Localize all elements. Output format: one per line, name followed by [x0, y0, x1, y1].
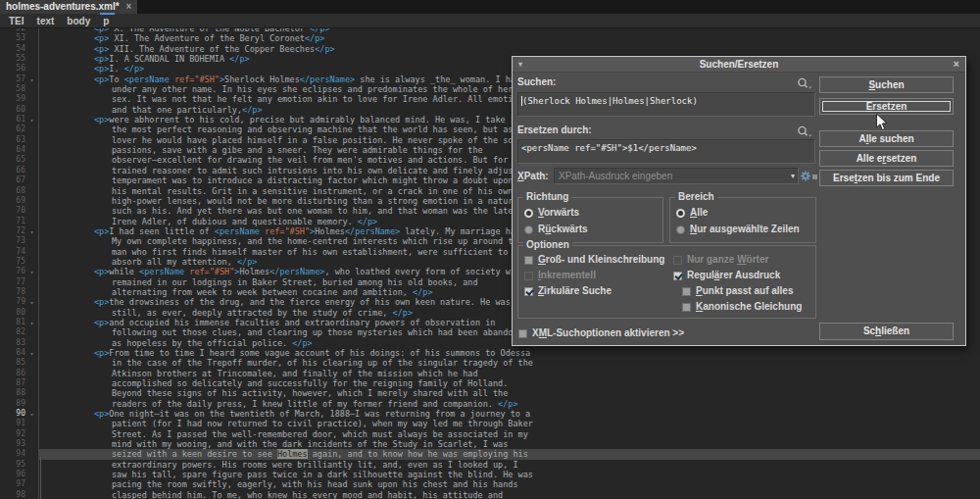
- fold-gutter: [25, 196, 38, 206]
- combo-arrow-icon[interactable]: ▾: [791, 169, 795, 183]
- replace-history-icon[interactable]: [797, 124, 812, 135]
- radio-selected-lines[interactable]: Nur ausgewählte Zeilen: [676, 224, 800, 235]
- replace-input[interactable]: <persName ref="#SH">$1</persName>: [517, 139, 815, 164]
- code-segment: From time to time I heard some vague acc…: [109, 348, 530, 358]
- code-line-94[interactable]: 94seized with a keen desire to see Holme…: [0, 449, 980, 459]
- checkbox-regex[interactable]: Regulärer Ausdruck: [673, 270, 780, 281]
- replace-value: <persName ref="#SH">$1</persName>: [521, 143, 697, 153]
- replace-to-end-button[interactable]: Ersetzen bis zum Ende: [819, 170, 954, 186]
- fold-gutter: [25, 125, 38, 134]
- replace-all-button[interactable]: Alle ersetzen: [819, 150, 954, 167]
- checkbox-incremental[interactable]: Inkrementell: [524, 270, 596, 281]
- code-segment: again, and to know how he was employing …: [308, 449, 528, 459]
- code-line-86[interactable]: 86Atkinson brothers at Trincomalee, and …: [0, 369, 980, 378]
- code-line-90[interactable]: 90▾<p>One night–it was on the twentieth …: [0, 409, 980, 419]
- code-segment: </p>: [413, 287, 432, 297]
- breadcrumb-item-tei[interactable]: TEI: [9, 15, 24, 27]
- fold-arrow-icon[interactable]: ▾: [25, 226, 38, 236]
- checkbox-xml-options[interactable]: XML-Suchoptionen aktivieren >>: [518, 327, 684, 339]
- fold-gutter: [25, 277, 38, 287]
- code-line-98[interactable]: 98clasped behind him. To me, who knew hi…: [0, 490, 980, 499]
- line-number: 65: [0, 155, 25, 165]
- search-history-icon[interactable]: [797, 75, 812, 87]
- tab-holmes-adventures[interactable]: holmes-adventures.xml* ×: [0, 0, 137, 14]
- close-button[interactable]: Schließen: [819, 323, 954, 340]
- radio-forward[interactable]: Vorwärts: [524, 207, 579, 219]
- checkbox-canonical[interactable]: Kanonische Gleichung: [682, 301, 802, 313]
- checkbox-case-sensitive[interactable]: Groß- und Kleinschreibung: [524, 254, 664, 266]
- find-button[interactable]: Suchen: [819, 76, 954, 93]
- replace-button[interactable]: Ersetzen: [819, 98, 954, 115]
- fold-gutter: [25, 490, 38, 499]
- checkbox-dot-all[interactable]: Punkt passt auf alles: [682, 285, 793, 297]
- fold-arrow-icon[interactable]: ▾: [25, 318, 38, 327]
- code-line-97[interactable]: 97pacing the room swiftly, eagerly, with…: [0, 479, 980, 489]
- dialog-close-icon[interactable]: ×: [954, 57, 959, 72]
- fold-arrow-icon[interactable]: ▾: [25, 75, 38, 84]
- line-number: 91: [0, 419, 25, 428]
- tab-close-icon[interactable]: ×: [126, 1, 132, 13]
- code-segment: while: [109, 267, 139, 276]
- line-number: 85: [0, 358, 25, 368]
- line-number: 53: [0, 33, 25, 43]
- code-segment: Holmes: [315, 226, 345, 236]
- fold-arrow-icon[interactable]: ▾: [25, 115, 38, 125]
- breadcrumb-item-text[interactable]: text: [37, 15, 55, 27]
- breadcrumb-item-body[interactable]: body: [67, 15, 90, 27]
- code-line-92[interactable]: 92Street. As I passed the well-remembere…: [0, 429, 980, 439]
- dialog-titlebar[interactable]: ▾ Suchen/Ersetzen ×: [513, 57, 965, 73]
- checkbox-regex-icon: [673, 272, 682, 280]
- code-line-91[interactable]: 91patient (for I had now returned to civ…: [0, 419, 980, 428]
- code-segment: </p>: [292, 338, 312, 348]
- code-segment: </persName>: [300, 75, 355, 84]
- fold-gutter: [25, 155, 38, 165]
- code-segment: she is always _the_ woman. I have s: [355, 75, 535, 84]
- line-number: 67: [0, 175, 25, 185]
- fold-gutter: [25, 439, 38, 449]
- find-all-button[interactable]: Alle suchen: [819, 130, 954, 147]
- code-segment: I.: [109, 64, 123, 74]
- fold-arrow-icon[interactable]: ▾: [25, 409, 38, 419]
- code-line-87[interactable]: 87accomplished so delicately and success…: [0, 378, 980, 388]
- code-line-96[interactable]: 96saw his tall, spare figure pass twice …: [0, 470, 980, 479]
- radio-backward[interactable]: Rückwärts: [524, 224, 588, 235]
- xpath-settings-gear-icon[interactable]: [800, 169, 819, 181]
- direction-group: Richtung Vorwärts Rückwärts: [517, 197, 663, 243]
- code-text: pacing the room swiftly, eagerly, with h…: [38, 479, 980, 489]
- radio-forward-icon: [524, 209, 533, 218]
- code-line-93[interactable]: 93mind with my wooing, and with the dark…: [0, 439, 980, 449]
- code-line-85[interactable]: 85in the case of the Trepoff murder, of …: [0, 358, 980, 368]
- code-line-95[interactable]: 95extraordinary powers. His rooms were b…: [0, 460, 980, 470]
- line-number: 84: [0, 348, 25, 358]
- code-line-84[interactable]: 84▾<p>From time to time I heard some vag…: [0, 348, 980, 358]
- code-line-89[interactable]: 89readers of the daily press, I knew lit…: [0, 399, 980, 409]
- checkbox-wrap-search[interactable]: Zirkuläre Suche: [524, 285, 612, 297]
- checkbox-whole-words-icon: [673, 256, 682, 265]
- code-text: accomplished so delicately and successfu…: [38, 378, 980, 388]
- code-segment: ref="#SH": [184, 267, 234, 276]
- code-line-88[interactable]: 88Beyond these signs of his activity, ho…: [0, 388, 980, 398]
- fold-arrow-icon[interactable]: ▾: [25, 348, 38, 358]
- fold-gutter: [25, 399, 38, 409]
- code-segment: readers of the daily press, I knew littl…: [112, 399, 498, 409]
- checkbox-whole-words[interactable]: Nur ganze Wörter: [673, 254, 768, 266]
- code-line-53[interactable]: 53<p> XI. The Adventure of the Beryl Cor…: [0, 33, 980, 43]
- line-number: 92: [0, 429, 25, 439]
- code-segment: <persName: [124, 75, 170, 84]
- line-number: 69: [0, 196, 25, 206]
- checkbox-canonical-label: Kanonische Gleichung: [696, 301, 802, 313]
- code-segment: </persName>: [270, 267, 324, 276]
- line-number: 98: [0, 490, 25, 499]
- radio-scope-all[interactable]: Alle: [676, 207, 708, 219]
- breadcrumb-item-p[interactable]: p: [103, 15, 109, 27]
- fold-gutter: [25, 449, 38, 459]
- code-line-54[interactable]: 54<p> XII. The Adventure of the Copper B…: [0, 44, 980, 54]
- fold-arrow-icon[interactable]: ▾: [25, 267, 38, 276]
- xpath-combobox[interactable]: XPath-Ausdruck eingeben ▾: [554, 168, 799, 184]
- fold-arrow-icon[interactable]: ▾: [25, 297, 38, 307]
- collapse-icon[interactable]: ▾: [518, 57, 522, 72]
- search-input[interactable]: (Sherlock Holmes|Holmes|Sherlock): [517, 92, 815, 117]
- code-segment: man who first finds himself master of hi…: [112, 247, 508, 257]
- fold-gutter: [25, 369, 38, 378]
- code-segment: </p>: [358, 217, 377, 226]
